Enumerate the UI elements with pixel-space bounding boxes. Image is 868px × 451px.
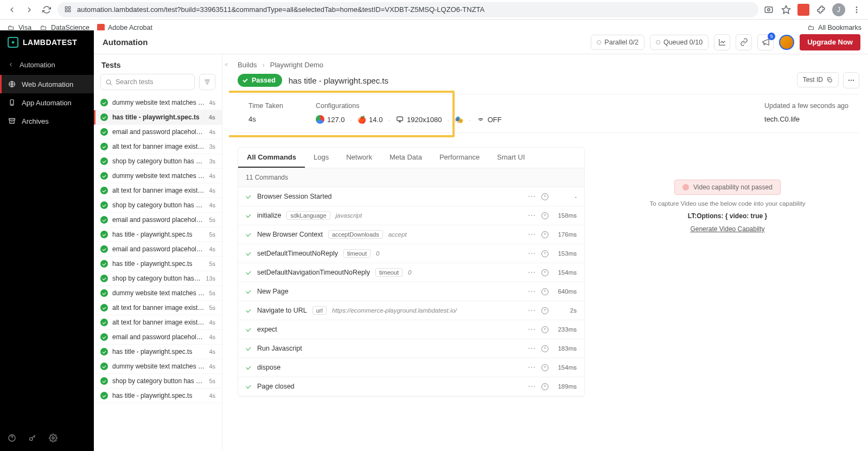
test-duration: 5s: [209, 217, 215, 223]
tab-smart-ui[interactable]: Smart UI: [488, 148, 533, 168]
test-item[interactable]: alt text for banner image exists - ...4s: [94, 183, 222, 198]
generate-link[interactable]: Generate Video Capabilty: [690, 225, 764, 233]
key-icon[interactable]: [28, 434, 38, 443]
star-icon[interactable]: [780, 4, 792, 16]
collapse-handle[interactable]: [222, 54, 229, 451]
tab-network[interactable]: Network: [337, 148, 381, 168]
status-badge: Passed: [238, 74, 282, 87]
pass-icon: [100, 143, 108, 150]
analytics-icon[interactable]: [714, 34, 730, 50]
help-icon[interactable]: [8, 434, 17, 443]
command-row[interactable]: setDefaultTimeoutNoReplytimeout0⋯153ms: [238, 244, 584, 263]
more-icon[interactable]: ⋯: [528, 344, 536, 353]
test-item[interactable]: alt text for banner image exists - ...5s: [94, 301, 222, 315]
command-row[interactable]: setDefaultNavigationTimeoutNoReplytimeou…: [238, 263, 584, 282]
test-item[interactable]: email and password placeholder...5s: [94, 213, 222, 227]
announce-icon[interactable]: 5: [757, 34, 774, 50]
test-item[interactable]: has title - playwright.spec.ts5s: [94, 227, 222, 242]
test-duration: 5s: [209, 290, 215, 296]
test-item[interactable]: dummy website text matches - p...4s: [94, 96, 222, 110]
pass-icon: [100, 289, 108, 297]
test-item[interactable]: dummy website text matches - p...4s: [94, 169, 222, 183]
command-row[interactable]: New Page⋯640ms: [238, 282, 584, 301]
command-name: setDefaultTimeoutNoReply: [257, 250, 338, 257]
param-chip: timeout: [375, 268, 403, 277]
test-item[interactable]: email and password placeholder...4s: [94, 330, 222, 345]
test-item[interactable]: shop by category button has aria...5s: [94, 374, 222, 389]
command-time: 158ms: [554, 212, 577, 219]
tab-meta-data[interactable]: Meta Data: [381, 148, 431, 168]
test-item[interactable]: dummy website text matches - p...5s: [94, 286, 222, 301]
more-button[interactable]: [843, 72, 859, 88]
command-name: Page closed: [257, 383, 295, 390]
more-icon[interactable]: ⋯: [528, 287, 536, 296]
command-row[interactable]: expect⋯233ms: [238, 320, 584, 339]
command-time: 183ms: [554, 345, 577, 352]
check-icon: [246, 384, 252, 390]
mobile-icon: [8, 98, 16, 107]
sidebar-item-archives[interactable]: Archives: [0, 112, 94, 130]
test-item[interactable]: alt text for banner image exists - ...4s: [94, 315, 222, 330]
crumb-project[interactable]: Playwright Demo: [270, 61, 323, 69]
test-item[interactable]: has title - playwright.spec.ts4s: [94, 389, 222, 403]
search-input[interactable]: Search tests: [100, 74, 195, 90]
command-row[interactable]: Navigate to URLurlhttps://ecommerce-play…: [238, 301, 584, 320]
more-icon[interactable]: ⋯: [528, 268, 536, 277]
test-item[interactable]: shop by category button has aria...4s: [94, 198, 222, 213]
test-item[interactable]: alt text for banner image exists - ...3s: [94, 139, 222, 154]
test-item[interactable]: has title - playwright.spec.ts5s: [94, 257, 222, 271]
menu-icon[interactable]: [851, 4, 863, 16]
upgrade-button[interactable]: Upgrade Now: [800, 34, 860, 50]
test-list[interactable]: dummy website text matches - p...4shas t…: [94, 96, 222, 451]
command-row[interactable]: initializesdkLanguagejavascript⋯158ms: [238, 206, 584, 225]
user-avatar[interactable]: [779, 35, 794, 50]
command-row[interactable]: dispose⋯154ms: [238, 358, 584, 377]
forward-icon[interactable]: [23, 3, 36, 16]
sidebar-item-app[interactable]: App Automation: [0, 93, 94, 112]
parallel-pill[interactable]: Parallel 0/2: [591, 35, 644, 50]
test-item[interactable]: email and password placeholder...4s: [94, 125, 222, 139]
sidebar-item-web[interactable]: Web Automation: [0, 75, 94, 93]
tab-performance[interactable]: Performance: [431, 148, 488, 168]
test-item[interactable]: shop by category button has ari...13s: [94, 271, 222, 286]
more-icon[interactable]: ⋯: [528, 192, 536, 201]
queued-pill[interactable]: Queued 0/10: [650, 35, 709, 50]
more-icon[interactable]: ⋯: [528, 382, 536, 391]
svg-rect-22: [397, 117, 403, 120]
command-row[interactable]: Page closed⋯189ms: [238, 377, 584, 396]
link-icon[interactable]: [736, 34, 752, 50]
more-icon[interactable]: ⋯: [528, 325, 536, 334]
check-icon: [242, 77, 248, 84]
playwright-icon: 🎭: [455, 115, 463, 124]
clock-icon: [541, 212, 548, 219]
test-item[interactable]: email and password placeholder...4s: [94, 242, 222, 257]
testid-button[interactable]: Test ID: [797, 72, 839, 87]
test-item[interactable]: has title - playwright.spec.ts4s: [94, 345, 222, 359]
command-row[interactable]: Browser Session Started⋯-: [238, 187, 584, 206]
more-icon[interactable]: ⋯: [528, 230, 536, 239]
sidebar-back[interactable]: Automation: [0, 54, 94, 75]
test-duration: 5s: [209, 231, 215, 238]
more-icon[interactable]: ⋯: [528, 363, 536, 372]
ext1-icon[interactable]: [797, 4, 809, 16]
url-bar[interactable]: automation.lambdatest.com/test?build=339…: [58, 2, 758, 17]
command-row[interactable]: New Browser ContextacceptDownloadsaccept…: [238, 225, 584, 244]
settings-icon[interactable]: [49, 434, 59, 443]
logo[interactable]: LAMBDATEST: [0, 30, 94, 54]
lens-icon[interactable]: [763, 4, 775, 16]
filter-button[interactable]: [199, 74, 215, 90]
profile-avatar[interactable]: J: [832, 3, 845, 16]
back-icon[interactable]: [5, 3, 18, 16]
reload-icon[interactable]: [40, 3, 53, 16]
command-row[interactable]: Run Javascript⋯183ms: [238, 339, 584, 358]
more-icon[interactable]: ⋯: [528, 249, 536, 258]
more-icon[interactable]: ⋯: [528, 306, 536, 315]
tab-logs[interactable]: Logs: [305, 148, 337, 168]
more-icon[interactable]: ⋯: [528, 211, 536, 220]
crumb-builds[interactable]: Builds: [238, 61, 257, 69]
extensions-icon[interactable]: [815, 4, 827, 16]
test-item[interactable]: shop by category button has aria...3s: [94, 154, 222, 169]
test-item[interactable]: has title - playwright.spec.ts4s: [94, 110, 222, 125]
tab-all-commands[interactable]: All Commands: [238, 148, 305, 168]
test-item[interactable]: dummy website text matches - p...4s: [94, 359, 222, 374]
